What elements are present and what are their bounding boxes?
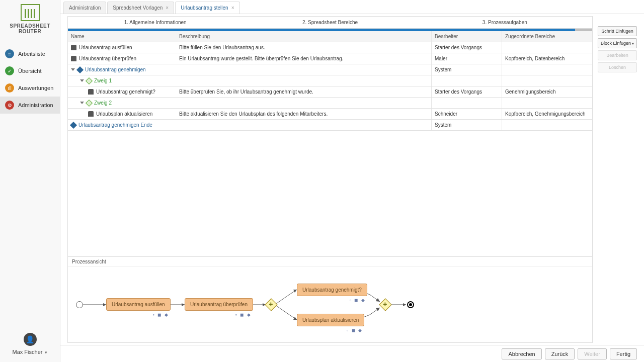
cell-desc: Ein Urlaubsantrag wurde gestellt. Bitte … (176, 53, 431, 64)
node-markers-icon: ▫ ◼ ◆ (235, 312, 252, 317)
edit-button[interactable]: Bearbeiten (598, 50, 637, 60)
logo-text: SPREADSHEET ROUTER (5, 23, 55, 34)
bpmn-task-node[interactable]: Urlaubsantrag überprüfen ▫ ◼ ◆ (185, 298, 253, 311)
process-diagram: Urlaubsantrag ausfüllen ▫ ◼ ◆ Urlaubsant… (68, 267, 592, 342)
wizard-step-1[interactable]: 1. Allgemeine Informationen (68, 17, 243, 28)
table-row[interactable]: Urlaubsantrag ausfüllenBitte füllen Sie … (68, 42, 592, 53)
col-desc[interactable]: Beschreibung (176, 31, 431, 42)
finish-button[interactable]: Fertig (610, 348, 637, 359)
table-row[interactable]: Urlaubsantrag genehmigen EndeSystem (68, 120, 592, 131)
cell-name: Zweig 2 (68, 98, 176, 108)
insert-block-button[interactable]: Block Einfügen▾ (598, 38, 637, 48)
check-icon: ✓ (5, 66, 14, 75)
logo-icon (21, 4, 40, 21)
sidebar-item-label: Administration (18, 102, 53, 108)
bpmn-task-node[interactable]: Urlaubsantrag genehmigt? ▫ ◼ ◆ (297, 284, 367, 296)
cell-zugeordnete (502, 42, 592, 53)
logo: SPREADSHEET ROUTER (5, 4, 55, 34)
tab-administration[interactable]: Administration (63, 2, 106, 14)
username-text: Max Fischer (13, 349, 43, 355)
close-icon[interactable]: × (231, 5, 234, 11)
expand-icon[interactable] (80, 102, 84, 104)
cell-desc: Bitte aktualisieren Sie den Urlaubsplan … (176, 109, 431, 119)
user-icon (88, 111, 94, 117)
row-name: Zweig 2 (94, 100, 112, 106)
footer-bar: Abbrechen Zurück Weiter Fertig (60, 345, 644, 362)
sidebar-item-übersicht[interactable]: ✓Übersicht (0, 62, 60, 79)
row-name: Urlaubsantrag genehmigen (85, 67, 146, 72)
cell-name: Zweig 1 (68, 75, 176, 86)
process-panel: Prozessansicht (68, 256, 592, 342)
bpmn-task-node[interactable]: Urlaubsplan aktualisieren ▫ ◼ ◆ (297, 314, 364, 326)
gear-icon: ⚙ (5, 101, 14, 110)
svg-marker-6 (376, 308, 380, 311)
cell-zugeordnete: Kopfbereich, Genehmigungsbereich (502, 109, 592, 119)
tab-label: Administration (69, 5, 101, 11)
cell-desc (176, 75, 431, 86)
svg-marker-5 (376, 298, 380, 302)
svg-marker-7 (403, 303, 406, 306)
col-zugeordnete[interactable]: Zugeordnete Bereiche (502, 31, 592, 42)
table-row[interactable]: Urlaubsantrag genehmigenSystem (68, 64, 592, 75)
side-actions: Schritt Einfügen Block Einfügen▾ Bearbei… (598, 16, 637, 343)
node-label: Urlaubsplan aktualisieren (302, 317, 359, 323)
bpmn-end-event[interactable] (407, 301, 414, 308)
cell-zugeordnete (502, 75, 592, 86)
table-header-row: Name Beschreibung Bearbeiter Zugeordnete… (68, 31, 592, 42)
bpmn-start-event[interactable] (76, 301, 83, 308)
insert-step-button[interactable]: Schritt Einfügen (598, 26, 637, 36)
table-row[interactable]: Urlaubsantrag genehmigt?Bitte überprüfen… (68, 86, 592, 98)
close-icon[interactable]: × (166, 5, 169, 11)
wizard-step-3[interactable]: 3. Prozessaufgaben (418, 17, 592, 28)
cell-zugeordnete: Genehmigungsbereich (502, 86, 592, 97)
expand-icon[interactable] (80, 79, 84, 82)
avatar[interactable]: 👤 (24, 333, 37, 346)
nav-list: ≡Arbeitsliste✓ÜbersichtıllAuswertungen⚙A… (0, 45, 60, 114)
tab-label: Urlaubsantrag stellen (181, 5, 228, 11)
next-button[interactable]: Weiter (578, 348, 607, 359)
split-icon (86, 99, 93, 106)
sidebar-item-arbeitsliste[interactable]: ≡Arbeitsliste (0, 45, 60, 62)
table-row[interactable]: Urlaubsplan aktualisierenBitte aktualisi… (68, 109, 592, 120)
username[interactable]: Max Fischer ▾ (13, 349, 48, 355)
cell-zugeordnete: Kopfbereich, Datenbereich (502, 53, 592, 64)
bars-icon: ıll (5, 83, 14, 93)
sidebar-footer: 👤 Max Fischer ▾ (13, 333, 48, 355)
wizard-steps: 1. Allgemeine Informationen 2. Spreadshe… (68, 17, 592, 29)
bpmn-task-node[interactable]: Urlaubsantrag ausfüllen ▫ ◼ ◆ (106, 298, 171, 311)
sidebar-item-administration[interactable]: ⚙Administration (0, 97, 60, 114)
back-button[interactable]: Zurück (545, 348, 575, 359)
cell-desc (176, 120, 431, 130)
cancel-button[interactable]: Abbrechen (502, 348, 541, 359)
main: AdministrationSpreadsheet Vorlagen×Urlau… (60, 0, 644, 362)
row-name: Urlaubsantrag genehmigen Ende (78, 122, 152, 128)
delete-button[interactable]: Löschen (598, 62, 637, 72)
wizard-step-2[interactable]: 2. Spreadsheet Bereiche (243, 17, 417, 28)
node-markers-icon: ▫ ◼ ◆ (152, 312, 169, 317)
sidebar-item-label: Auswertungen (18, 85, 53, 91)
cell-zugeordnete (502, 120, 592, 130)
col-bearbeiter[interactable]: Bearbeiter (431, 31, 502, 42)
table-row[interactable]: Zweig 1 (68, 75, 592, 86)
cell-name: Urlaubsplan aktualisieren (68, 109, 176, 119)
col-name[interactable]: Name (68, 31, 176, 42)
content-panel: 1. Allgemeine Informationen 2. Spreadshe… (67, 16, 593, 343)
table-row[interactable]: Zweig 2 (68, 98, 592, 109)
node-markers-icon: ▫ ◼ ◆ (347, 328, 363, 333)
chevron-down-icon: ▾ (632, 41, 634, 46)
node-label: Urlaubsantrag genehmigt? (302, 287, 362, 293)
cell-bearbeiter: Maier (431, 53, 502, 64)
diamond-icon (70, 121, 77, 128)
node-markers-icon: ▫ ◼ ◆ (350, 298, 366, 303)
sidebar-item-auswertungen[interactable]: ıllAuswertungen (0, 79, 60, 97)
expand-icon[interactable] (71, 68, 75, 71)
cell-name: Urlaubsantrag genehmigen (68, 64, 176, 75)
tab-urlaubsantrag-stellen[interactable]: Urlaubsantrag stellen× (175, 2, 239, 14)
cell-desc (176, 64, 431, 75)
cell-desc: Bitte überprüfen Sie, ob ihr Urlaubsantr… (176, 86, 431, 97)
list-icon: ≡ (5, 49, 14, 58)
table-row[interactable]: Urlaubsantrag überprüfenEin Urlaubsantra… (68, 53, 592, 64)
tab-spreadsheet-vorlagen[interactable]: Spreadsheet Vorlagen× (107, 2, 174, 14)
logo-line2: ROUTER (5, 29, 55, 34)
row-name: Urlaubsplan aktualisieren (96, 111, 152, 117)
